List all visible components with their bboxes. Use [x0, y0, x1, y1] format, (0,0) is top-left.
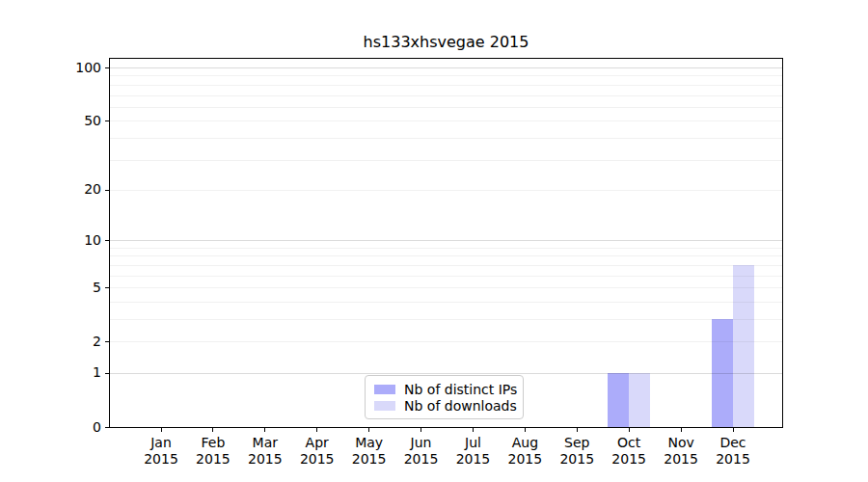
y-tick-label: 10 [59, 232, 101, 249]
y-tick-label: 100 [59, 60, 101, 76]
y-tick [105, 240, 109, 241]
y-tick-label: 50 [59, 113, 101, 129]
legend-swatch-downloads-icon [374, 401, 395, 411]
minor-gridline [110, 107, 782, 108]
x-tick [161, 428, 162, 432]
minor-gridline [110, 248, 782, 249]
legend-swatch-distinct-ips-icon [374, 385, 395, 394]
chart-title: hs133xhsvegae 2015 [109, 33, 783, 51]
y-tick-label: 5 [59, 280, 101, 296]
figure: hs133xhsvegae 2015 Nb of distinct IPs Nb… [0, 0, 868, 482]
y-tick-label: 2 [59, 334, 101, 350]
bar-downloads [629, 373, 650, 427]
minor-gridline [110, 95, 782, 96]
x-tick [316, 428, 317, 432]
x-tick [212, 428, 213, 432]
x-tick [368, 428, 369, 432]
minor-gridline [110, 255, 782, 256]
bar-distinct-ips [608, 373, 629, 427]
y-tick-label: 1 [59, 364, 101, 381]
x-tick-label: Dec2015 [699, 435, 767, 468]
x-tick-label-line: 2015 [699, 451, 767, 468]
minor-gridline [110, 160, 782, 161]
minor-gridline [110, 265, 782, 266]
legend-item-distinct-ips: Nb of distinct IPs [374, 382, 514, 397]
minor-gridline [110, 302, 782, 303]
minor-gridline [110, 287, 782, 288]
major-gridline [110, 373, 782, 374]
x-tick [525, 428, 526, 432]
minor-gridline [110, 341, 782, 342]
x-tick-label-line: Dec [699, 435, 767, 451]
y-tick [105, 120, 109, 121]
minor-gridline [110, 75, 782, 76]
plot-area: Nb of distinct IPs Nb of downloads 01251… [109, 58, 783, 428]
minor-gridline [110, 319, 782, 320]
major-gridline [110, 67, 782, 68]
y-tick-label: 20 [59, 181, 101, 198]
legend-item-downloads: Nb of downloads [374, 398, 514, 414]
x-tick [577, 428, 578, 432]
legend: Nb of distinct IPs Nb of downloads [365, 375, 524, 419]
y-tick [105, 427, 109, 428]
x-tick [420, 428, 421, 432]
y-tick-label: 0 [59, 419, 101, 436]
x-tick [733, 428, 734, 432]
x-tick [264, 428, 265, 432]
x-tick [629, 428, 630, 432]
legend-label-distinct-ips: Nb of distinct IPs [404, 382, 517, 397]
bar-downloads [733, 265, 754, 427]
minor-gridline [110, 120, 782, 121]
minor-gridline [110, 138, 782, 139]
x-tick [681, 428, 682, 432]
minor-gridline [110, 276, 782, 277]
y-tick [105, 341, 109, 342]
minor-gridline [110, 190, 782, 191]
y-tick [105, 190, 109, 191]
x-tick [473, 428, 474, 432]
y-tick [105, 373, 109, 374]
legend-label-downloads: Nb of downloads [404, 398, 517, 414]
minor-gridline [110, 85, 782, 86]
major-gridline [110, 240, 782, 241]
y-tick [105, 67, 109, 68]
y-tick [105, 287, 109, 288]
